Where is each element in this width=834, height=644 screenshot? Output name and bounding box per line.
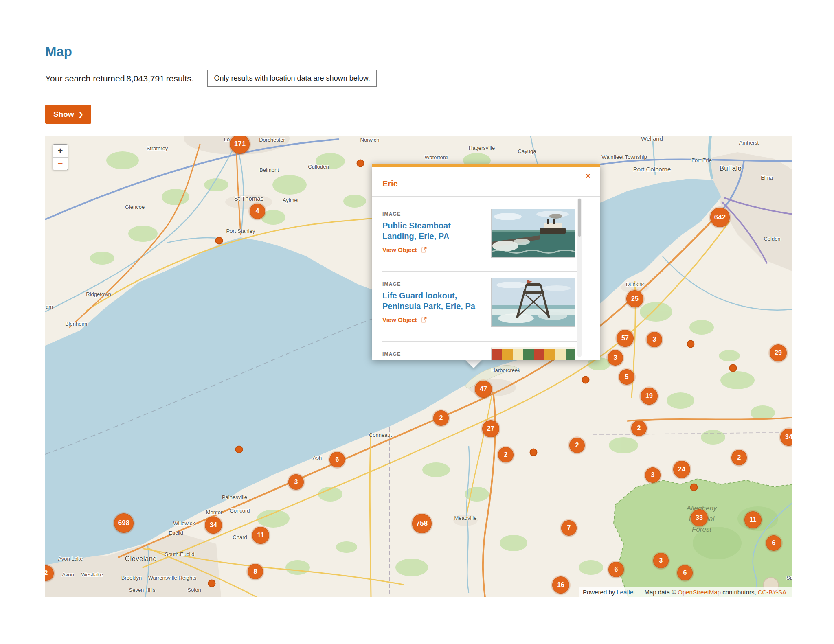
cluster-marker[interactable]: 698 bbox=[114, 513, 134, 533]
results-row: Your search returned8,043,791results. On… bbox=[45, 70, 377, 87]
show-button-label: Show bbox=[53, 110, 74, 119]
openstreetmap-link[interactable]: OpenStreetMap bbox=[678, 589, 721, 596]
map[interactable]: StrathroyLoDorchesterNorwichHagersvilleC… bbox=[45, 136, 792, 597]
cluster-marker[interactable]: 2 bbox=[45, 565, 54, 581]
popup-title: Erie bbox=[382, 179, 398, 188]
show-button[interactable]: Show ❯ bbox=[45, 105, 91, 124]
town-label: Euclid bbox=[169, 530, 183, 536]
external-link-icon bbox=[420, 316, 427, 323]
town-label: St Thomas bbox=[234, 195, 263, 202]
town-label: Wainfleet Township bbox=[601, 154, 647, 160]
point-marker[interactable] bbox=[530, 449, 538, 456]
cluster-marker[interactable]: 2 bbox=[569, 438, 585, 453]
cluster-marker[interactable]: 2 bbox=[631, 421, 647, 436]
cluster-marker[interactable]: 6 bbox=[766, 535, 781, 551]
popup-header: Erie × bbox=[372, 167, 600, 197]
cluster-marker[interactable]: 7 bbox=[561, 520, 577, 536]
attribution-contributors: contributors, bbox=[722, 589, 756, 596]
town-label: Fort Erie bbox=[691, 157, 712, 163]
town-label: Avon bbox=[62, 572, 74, 578]
cluster-marker[interactable]: 3 bbox=[608, 350, 623, 366]
cluster-marker[interactable]: 3 bbox=[288, 474, 304, 490]
town-label: Brooklyn bbox=[121, 575, 142, 581]
cluster-marker[interactable]: 6 bbox=[608, 562, 624, 577]
popup-scrollbar[interactable] bbox=[577, 198, 582, 357]
cluster-marker[interactable]: 19 bbox=[641, 388, 658, 405]
results-summary-prefix: Your search returned bbox=[45, 74, 125, 83]
town-label: Painesville bbox=[222, 494, 247, 500]
zoom-in-button[interactable]: + bbox=[53, 145, 68, 157]
cluster-marker[interactable]: 3 bbox=[645, 467, 661, 483]
point-marker[interactable] bbox=[357, 160, 364, 167]
attribution-map-data: — Map data © bbox=[636, 589, 676, 596]
town-label: Concord bbox=[230, 508, 250, 514]
cluster-marker[interactable]: 6 bbox=[329, 452, 345, 467]
cluster-marker[interactable]: 57 bbox=[617, 330, 634, 347]
result-thumbnail[interactable] bbox=[491, 347, 575, 360]
result-title-link[interactable]: Public Steamboat Landing, Erie, PA bbox=[382, 220, 487, 241]
result-thumbnail[interactable] bbox=[491, 278, 575, 327]
town-label: Dunkirk bbox=[626, 281, 644, 287]
town-label: Belmont bbox=[259, 167, 279, 173]
cluster-marker[interactable]: 11 bbox=[744, 511, 762, 528]
cluster-marker[interactable]: 171 bbox=[230, 136, 250, 154]
town-label: Dorchester bbox=[259, 137, 285, 143]
cluster-marker[interactable]: 758 bbox=[412, 514, 432, 533]
town-label: Lo bbox=[224, 136, 230, 142]
cluster-marker[interactable]: 34 bbox=[205, 517, 222, 534]
cluster-marker[interactable]: 4 bbox=[250, 204, 265, 219]
cluster-marker[interactable]: 3 bbox=[647, 332, 662, 347]
result-title-link[interactable]: Life Guard lookout, Peninsula Park, Erie… bbox=[382, 290, 487, 311]
cluster-marker[interactable]: 3 bbox=[653, 553, 669, 568]
view-object-link[interactable]: View Object bbox=[382, 316, 417, 323]
cluster-marker[interactable]: 25 bbox=[626, 290, 643, 307]
result-item: IMAGEPublic Steamboat Landing, Erie, PAV… bbox=[382, 197, 582, 271]
leaflet-link[interactable]: Leaflet bbox=[617, 589, 635, 596]
zoom-out-button[interactable]: − bbox=[53, 157, 68, 170]
town-label: Meadville bbox=[454, 515, 477, 521]
cluster-marker[interactable]: 642 bbox=[710, 208, 730, 227]
cluster-marker[interactable]: 8 bbox=[248, 564, 263, 579]
cluster-marker[interactable]: 29 bbox=[770, 344, 787, 361]
town-label: Buffalo bbox=[720, 164, 742, 173]
town-label: Solon bbox=[187, 587, 201, 593]
cluster-marker[interactable]: 5 bbox=[619, 369, 634, 385]
cluster-marker[interactable]: 2 bbox=[433, 410, 449, 426]
point-marker[interactable] bbox=[235, 446, 243, 453]
popup-scroll-thumb[interactable] bbox=[578, 199, 581, 237]
town-label: Ash bbox=[313, 455, 322, 461]
cluster-marker[interactable]: 2 bbox=[498, 447, 514, 462]
popup-results-list: IMAGEPublic Steamboat Landing, Erie, PAV… bbox=[372, 197, 600, 360]
cluster-marker[interactable]: 16 bbox=[552, 576, 569, 594]
cluster-marker[interactable]: 27 bbox=[482, 420, 499, 437]
point-marker[interactable] bbox=[582, 376, 590, 384]
town-label: Amherst bbox=[739, 140, 759, 146]
town-label: Sa bbox=[786, 575, 792, 581]
cluster-marker[interactable]: 34 bbox=[780, 429, 792, 446]
point-marker[interactable] bbox=[208, 580, 216, 587]
point-marker[interactable] bbox=[215, 237, 223, 245]
town-label: Harborcreek bbox=[491, 367, 520, 373]
point-marker[interactable] bbox=[690, 484, 698, 491]
town-label: Blenheim bbox=[65, 321, 87, 327]
town-label: Welland bbox=[641, 136, 663, 142]
cluster-marker[interactable]: 11 bbox=[252, 527, 269, 544]
license-link[interactable]: CC-BY-SA bbox=[758, 589, 786, 596]
popup-close-button[interactable]: × bbox=[583, 171, 593, 181]
cluster-marker[interactable]: 33 bbox=[691, 509, 708, 526]
point-marker[interactable] bbox=[729, 364, 737, 372]
town-label: Willowick bbox=[173, 520, 195, 526]
result-thumbnail[interactable] bbox=[491, 209, 575, 258]
cluster-marker[interactable]: 6 bbox=[677, 565, 693, 580]
town-label: Port Stanley bbox=[226, 228, 255, 234]
page-title: Map bbox=[45, 44, 72, 59]
cluster-marker[interactable]: 24 bbox=[673, 461, 690, 478]
cluster-marker[interactable]: 2 bbox=[731, 450, 747, 465]
view-object-link[interactable]: View Object bbox=[382, 246, 417, 253]
town-label: Cayuga bbox=[518, 148, 536, 154]
town-label: South Euclid bbox=[165, 551, 195, 557]
town-label: Elma bbox=[761, 175, 773, 181]
cluster-marker[interactable]: 47 bbox=[475, 381, 492, 398]
town-label: Norwich bbox=[360, 137, 380, 143]
point-marker[interactable] bbox=[687, 340, 695, 348]
